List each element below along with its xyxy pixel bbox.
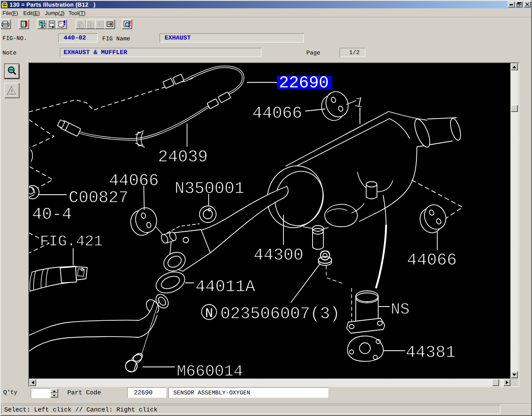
svg-text:44066: 44066	[407, 251, 457, 270]
svg-text:NS: NS	[391, 301, 410, 319]
svg-text:023506007(3): 023506007(3)	[220, 305, 340, 324]
svg-text:FIG.421: FIG.421	[40, 233, 103, 250]
svg-text:44066: 44066	[109, 172, 159, 191]
svg-text:44011A: 44011A	[195, 278, 255, 297]
svg-text:C00827: C00827	[69, 189, 128, 208]
svg-text:44381: 44381	[406, 344, 456, 362]
svg-text:44066: 44066	[252, 104, 302, 123]
svg-text:44300: 44300	[254, 246, 303, 265]
svg-text:M660014: M660014	[177, 363, 243, 379]
svg-text:1: 1	[353, 94, 365, 112]
svg-text:22690: 22690	[279, 74, 329, 93]
svg-text:24039: 24039	[158, 148, 208, 167]
svg-text:N350001: N350001	[175, 180, 244, 198]
svg-text:N: N	[205, 306, 213, 321]
svg-text:40-4: 40-4	[32, 206, 72, 224]
